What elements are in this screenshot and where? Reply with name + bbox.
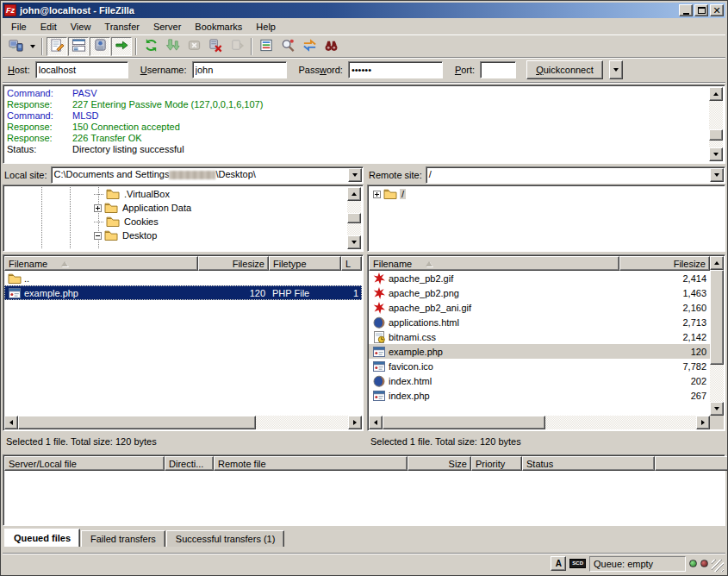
menu-view[interactable]: View	[64, 20, 98, 34]
file-row-favicon-ico[interactable]: favicon.ico7,782	[369, 359, 710, 373]
refresh-button[interactable]	[140, 37, 161, 56]
scroll-up-button[interactable]	[710, 256, 724, 270]
scroll-up-button[interactable]	[347, 187, 361, 201]
remote-directory-tree[interactable]: /	[370, 187, 723, 249]
column-header-remote-file[interactable]: Remote file	[214, 456, 408, 471]
quickconnect-dropdown-button[interactable]	[609, 60, 623, 79]
compare-button[interactable]	[277, 37, 298, 56]
menu-server[interactable]: Server	[146, 20, 188, 34]
expand-icon[interactable]	[373, 191, 381, 198]
log-scrollbar[interactable]	[709, 87, 723, 161]
file-row-example-php[interactable]: example.php120	[369, 344, 710, 359]
find-files-button[interactable]	[320, 37, 341, 56]
close-button[interactable]: ✕	[710, 4, 724, 16]
remote-site-dropdown-button[interactable]	[710, 168, 724, 182]
file-row--[interactable]: ..	[4, 271, 362, 285]
filter-button[interactable]	[256, 37, 277, 56]
local-tree-scrollbar[interactable]	[347, 187, 361, 249]
toggle-log-button[interactable]	[47, 37, 67, 56]
disconnect-button[interactable]	[205, 37, 226, 56]
file-row-apache-pb2-png[interactable]: apache_pb2.png1,463	[369, 285, 710, 300]
tree-item-root[interactable]: /	[370, 187, 723, 201]
scroll-down-button[interactable]	[710, 402, 724, 416]
port-input[interactable]	[480, 61, 516, 78]
password-input[interactable]	[348, 61, 443, 78]
scroll-thumb[interactable]	[383, 416, 545, 429]
collapse-icon[interactable]	[94, 232, 102, 240]
column-header-filename[interactable]: Filename	[4, 256, 198, 271]
tree-item-application-data[interactable]: Application Data	[5, 201, 347, 215]
menu-help[interactable]: Help	[249, 20, 283, 34]
scroll-track[interactable]	[383, 416, 696, 429]
tab-queued-files[interactable]: Queued files	[4, 529, 80, 547]
scroll-down-button[interactable]	[347, 235, 361, 249]
site-manager-button[interactable]	[5, 37, 26, 56]
resize-grip[interactable]	[712, 560, 724, 572]
column-header-priority[interactable]: Priority	[471, 456, 522, 471]
queue-body[interactable]	[4, 471, 724, 524]
column-header-filename[interactable]: Filename	[369, 256, 619, 271]
remote-hscrollbar[interactable]	[369, 416, 710, 429]
scroll-right-button[interactable]	[348, 416, 362, 429]
scroll-track[interactable]	[710, 270, 724, 402]
local-file-list[interactable]: ..example.php120PHP File1	[4, 271, 362, 416]
scroll-left-button[interactable]	[4, 416, 18, 429]
scroll-track[interactable]	[347, 201, 361, 235]
site-manager-dropdown-button[interactable]	[27, 37, 38, 56]
title-bar[interactable]: Fz john@localhost - FileZilla ✕	[3, 3, 725, 18]
file-row-index-php[interactable]: index.php267	[369, 388, 710, 403]
scroll-left-button[interactable]	[369, 416, 383, 429]
file-row-applications-html[interactable]: applications.html2,713	[369, 315, 710, 329]
tab-successful-transfers-1-[interactable]: Successful transfers (1)	[166, 530, 285, 547]
toggle-local-tree-button[interactable]	[68, 37, 89, 56]
file-row-apache-pb2-gif[interactable]: apache_pb2.gif2,414	[369, 271, 710, 285]
toggle-remote-tree-button[interactable]	[90, 37, 110, 56]
column-header-filesize[interactable]: Filesize	[198, 256, 269, 271]
speed-limit-icon[interactable]: SCD	[569, 559, 586, 568]
column-header-status[interactable]: Status	[522, 456, 655, 471]
local-directory-tree[interactable]: .VirtualBoxApplication DataCookiesDeskto…	[5, 187, 347, 249]
tab-failed-transfers[interactable]: Failed transfers	[81, 530, 165, 547]
host-input[interactable]	[35, 61, 128, 78]
minimize-button[interactable]	[679, 4, 693, 16]
toggle-queue-button[interactable]	[111, 37, 132, 56]
remote-scrollbar[interactable]	[710, 256, 724, 416]
scroll-thumb[interactable]	[18, 416, 256, 429]
scroll-thumb[interactable]	[710, 270, 724, 365]
local-site-combo[interactable]: C:\Documents and Settings\Desktop\	[51, 166, 364, 184]
menu-edit[interactable]: Edit	[34, 20, 64, 34]
expand-icon[interactable]	[94, 204, 102, 212]
scroll-track[interactable]	[709, 101, 723, 147]
tree-item-desktop[interactable]: Desktop	[5, 229, 347, 242]
local-hscrollbar[interactable]	[4, 416, 362, 429]
menu-bookmarks[interactable]: Bookmarks	[188, 20, 249, 34]
scroll-thumb[interactable]	[347, 213, 361, 223]
sync-browsing-button[interactable]	[299, 37, 320, 56]
remote-file-list[interactable]: apache_pb2.gif2,414apache_pb2.png1,463ap…	[369, 271, 710, 416]
column-header-filetype[interactable]: Filetype	[269, 256, 341, 271]
reconnect-button[interactable]	[227, 37, 247, 56]
file-row-apache-pb2-ani-gif[interactable]: apache_pb2_ani.gif2,160	[369, 300, 710, 315]
transfer-type-indicator[interactable]: A	[551, 556, 566, 571]
file-row-index-html[interactable]: index.html202	[369, 373, 710, 388]
process-queue-button[interactable]	[162, 37, 183, 56]
cancel-button[interactable]	[184, 37, 204, 56]
column-header-l[interactable]: L	[341, 256, 362, 271]
remote-site-combo[interactable]: /	[426, 166, 725, 184]
scroll-thumb[interactable]	[709, 129, 723, 141]
scroll-down-button[interactable]	[709, 147, 723, 161]
username-input[interactable]	[192, 61, 287, 78]
local-site-dropdown-button[interactable]	[348, 168, 362, 182]
column-header-size[interactable]: Size	[408, 456, 471, 471]
file-row-bitnami-css[interactable]: bitnami.css2,142	[369, 329, 710, 344]
scroll-up-button[interactable]	[709, 87, 723, 101]
column-header-directi-[interactable]: Directi...	[165, 456, 214, 471]
scroll-track[interactable]	[18, 416, 348, 429]
scroll-right-button[interactable]	[696, 416, 710, 429]
quickconnect-button[interactable]: Quickconnect	[526, 60, 603, 79]
menu-file[interactable]: File	[4, 20, 34, 34]
file-row-example-php[interactable]: example.php120PHP File1	[4, 285, 362, 300]
column-header-server-local-file[interactable]: Server/Local file	[4, 456, 165, 471]
column-header-spacer[interactable]	[655, 456, 728, 471]
tree-item--virtualbox[interactable]: .VirtualBox	[5, 187, 347, 201]
